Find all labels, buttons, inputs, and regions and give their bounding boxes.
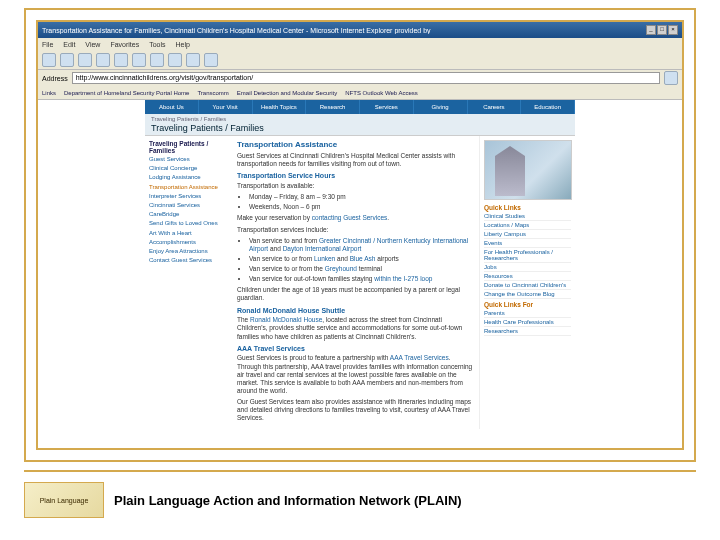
service-item: Van service to and from Greater Cincinna… — [249, 237, 473, 253]
page-title: Traveling Patients / Families — [151, 122, 575, 133]
stop-icon[interactable] — [78, 53, 92, 67]
nav-careers[interactable]: Careers — [468, 100, 522, 114]
quick-links-for-heading: Quick Links For — [484, 301, 571, 308]
quick-link[interactable]: Events — [484, 239, 571, 248]
menu-view[interactable]: View — [85, 41, 100, 48]
right-column: Quick Links Clinical StudiesLocations / … — [479, 136, 575, 429]
link-item[interactable]: Department of Homeland Security Portal H… — [64, 90, 189, 96]
nav-health[interactable]: Health Topics — [253, 100, 307, 114]
history-icon[interactable] — [168, 53, 182, 67]
webpage-viewport: About Us Your Visit Health Topics Resear… — [38, 100, 682, 450]
nav-services[interactable]: Services — [360, 100, 414, 114]
quick-links-heading: Quick Links — [484, 204, 571, 211]
sidebar-item[interactable]: Lodging Assistance — [149, 174, 227, 181]
left-sidebar: Traveling Patients / Families Guest Serv… — [145, 136, 231, 429]
footer: Plain Language Plain Language Action and… — [24, 478, 696, 522]
hours-item: Weekends, Noon – 6 pm — [249, 203, 473, 211]
contact-link[interactable]: contacting Guest Services — [312, 214, 388, 221]
browser-screenshot: Transportation Assistance for Families, … — [36, 20, 684, 450]
sidebar-item[interactable]: Send Gifts to Loved Ones — [149, 220, 227, 227]
inline-link[interactable]: Lunken — [314, 255, 335, 262]
link-item[interactable]: Transcomm — [197, 90, 228, 96]
main-content: Transportation Assistance Guest Services… — [231, 136, 479, 429]
nav-education[interactable]: Education — [521, 100, 575, 114]
home-icon[interactable] — [114, 53, 128, 67]
quick-link[interactable]: Liberty Campus — [484, 230, 571, 239]
sidebar-item[interactable]: CareBridge — [149, 211, 227, 218]
menu-tools[interactable]: Tools — [149, 41, 165, 48]
quick-link-for[interactable]: Parents — [484, 309, 571, 318]
quick-link-for[interactable]: Health Care Professionals — [484, 318, 571, 327]
sidebar-item[interactable]: Guest Services — [149, 156, 227, 163]
minors-note: Children under the age of 18 years must … — [237, 286, 473, 302]
services-label: Transportation services include: — [237, 226, 473, 234]
menu-edit[interactable]: Edit — [63, 41, 75, 48]
nav-research[interactable]: Research — [306, 100, 360, 114]
minimize-button[interactable]: _ — [646, 25, 656, 35]
sidebar-item[interactable]: Art With a Heart — [149, 230, 227, 237]
link-item[interactable]: Email Detection and Modular Security — [237, 90, 337, 96]
go-icon[interactable] — [664, 71, 678, 85]
links-bar: Links Department of Homeland Security Po… — [38, 86, 682, 100]
address-input[interactable]: http://www.cincinnatichildrens.org/visit… — [72, 72, 660, 84]
address-bar: Address http://www.cincinnatichildrens.o… — [38, 70, 682, 86]
quick-link-for[interactable]: Researchers — [484, 327, 571, 336]
hours-label: Transportation is available: — [237, 182, 473, 190]
sidebar-item[interactable]: Accomplishments — [149, 239, 227, 246]
aaa-text-2: Our Guest Services team also provides as… — [237, 398, 473, 422]
quick-link[interactable]: Clinical Studies — [484, 212, 571, 221]
rmh-heading: Ronald McDonald House Shuttle — [237, 307, 473, 316]
quick-link[interactable]: Resources — [484, 272, 571, 281]
refresh-icon[interactable] — [96, 53, 110, 67]
rmh-link[interactable]: Ronald McDonald House — [250, 316, 322, 323]
rmh-text: The Ronald McDonald House, located acros… — [237, 316, 473, 340]
sidebar-item[interactable]: Enjoy Area Attractions — [149, 248, 227, 255]
inline-link[interactable]: within the I-275 loop — [374, 275, 432, 282]
sidebar-item[interactable]: Contact Guest Services — [149, 257, 227, 264]
mail-icon[interactable] — [186, 53, 200, 67]
favorites-icon[interactable] — [150, 53, 164, 67]
hours-heading: Transportation Service Hours — [237, 172, 473, 181]
toolbar — [38, 50, 682, 70]
service-item: Van service to or from the Greyhound ter… — [249, 265, 473, 273]
footer-divider — [24, 470, 696, 474]
aaa-heading: AAA Travel Services — [237, 345, 473, 354]
nav-about[interactable]: About Us — [145, 100, 199, 114]
intro-text: Guest Services at Cincinnati Children's … — [237, 152, 473, 168]
close-button[interactable]: × — [668, 25, 678, 35]
back-icon[interactable] — [42, 53, 56, 67]
inline-link[interactable]: Dayton International Airport — [283, 245, 362, 252]
print-icon[interactable] — [204, 53, 218, 67]
address-label: Address — [42, 75, 68, 82]
ie-titlebar: Transportation Assistance for Families, … — [38, 22, 682, 38]
sidebar-item[interactable]: Transportation Assistance — [149, 184, 227, 191]
hours-item: Monday – Friday, 8 am – 9:30 pm — [249, 193, 473, 201]
inline-link[interactable]: Greyhound — [325, 265, 357, 272]
breadcrumb: Traveling Patients / Families — [151, 114, 575, 122]
quick-link[interactable]: Locations / Maps — [484, 221, 571, 230]
forward-icon[interactable] — [60, 53, 74, 67]
quick-link[interactable]: Jobs — [484, 263, 571, 272]
quick-link[interactable]: Donate to Cincinnati Children's — [484, 281, 571, 290]
quick-link[interactable]: Change the Outcome Blog — [484, 290, 571, 299]
links-label: Links — [42, 90, 56, 96]
quick-link[interactable]: For Health Professionals / Researchers — [484, 248, 571, 263]
sidebar-heading: Traveling Patients / Families — [149, 140, 227, 154]
menu-favorites[interactable]: Favorites — [110, 41, 139, 48]
sidebar-item[interactable]: Cincinnati Services — [149, 202, 227, 209]
service-item: Van service to or from Lunken and Blue A… — [249, 255, 473, 263]
nav-visit[interactable]: Your Visit — [199, 100, 253, 114]
search-icon[interactable] — [132, 53, 146, 67]
footer-text: Plain Language Action and Information Ne… — [114, 493, 462, 508]
menu-help[interactable]: Help — [176, 41, 190, 48]
link-item[interactable]: NFTS Outlook Web Access — [345, 90, 418, 96]
maximize-button[interactable]: □ — [657, 25, 667, 35]
menu-file[interactable]: File — [42, 41, 53, 48]
sidebar-item[interactable]: Interpreter Services — [149, 193, 227, 200]
nav-giving[interactable]: Giving — [414, 100, 468, 114]
aaa-link[interactable]: AAA Travel Services — [390, 354, 449, 361]
inline-link[interactable]: Blue Ash — [350, 255, 376, 262]
window-title: Transportation Assistance for Families, … — [42, 27, 431, 34]
sidebar-item[interactable]: Clinical Concierge — [149, 165, 227, 172]
aaa-text: Guest Services is proud to feature a par… — [237, 354, 473, 395]
